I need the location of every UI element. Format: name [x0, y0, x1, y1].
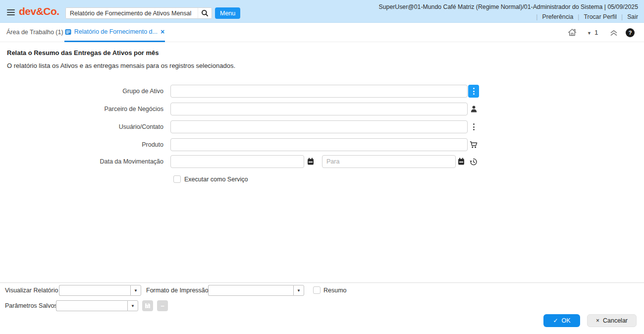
business-partner-input[interactable]: [170, 103, 468, 115]
caret-down-icon: ▼: [131, 304, 135, 308]
view-report-dropdown-button[interactable]: ▼: [130, 285, 141, 296]
help-icon[interactable]: ?: [626, 28, 635, 37]
delete-parameters-button[interactable]: −: [157, 300, 168, 311]
preferences-link[interactable]: Preferência: [542, 13, 573, 20]
caret-down-icon: ▼: [134, 288, 138, 293]
view-report-input[interactable]: [59, 285, 130, 296]
user-contact-input[interactable]: [170, 120, 468, 133]
print-format-input[interactable]: [208, 285, 293, 296]
saved-parameters-combobox: ▼: [56, 300, 138, 311]
top-header-bar: dev&Co. Menu SuperUser@01-Mundo Café Mat…: [0, 0, 644, 23]
save-icon: [145, 303, 151, 309]
person-icon: [471, 106, 477, 112]
tab-close-icon[interactable]: ×: [161, 28, 164, 35]
brand-logo: dev&Co.: [19, 0, 59, 23]
cancel-button[interactable]: × Cancelar: [587, 314, 637, 327]
product-input[interactable]: [170, 138, 468, 151]
ok-button[interactable]: ✓ OK: [543, 314, 580, 327]
cart-icon: [470, 141, 478, 149]
check-icon: ✓: [553, 318, 558, 324]
business-partner-lookup-button[interactable]: [470, 103, 478, 115]
summary-label: Resumo: [323, 285, 347, 296]
saved-parameters-dropdown-button[interactable]: ▼: [127, 300, 138, 311]
movement-date-from-input[interactable]: [170, 155, 304, 168]
vertical-dots-icon: [473, 123, 475, 130]
user-contact-lookup-button[interactable]: [471, 120, 477, 133]
calendar-icon: [307, 158, 314, 166]
form-row-user-contact: Usuário/Contato: [0, 120, 495, 133]
tab-bar: Área de Trabalho (1) Relatório de Fornec…: [0, 23, 644, 42]
movement-date-to-input[interactable]: [322, 155, 456, 168]
date-history-reset-button[interactable]: [469, 155, 478, 168]
run-as-job-checkbox[interactable]: [173, 175, 181, 183]
switch-role-link[interactable]: Trocar Perfil: [584, 13, 617, 20]
search-icon: [201, 9, 209, 17]
link-separator: |: [536, 13, 537, 20]
user-links: | Preferência | Trocar Perfil | Sair: [532, 13, 638, 20]
product-lookup-button[interactable]: [469, 138, 478, 151]
print-format-dropdown-button[interactable]: ▼: [293, 285, 304, 296]
view-report-label: Visualizar Relatório: [5, 285, 58, 296]
form-row-product: Produto: [0, 138, 495, 151]
date-to-calendar-button[interactable]: [457, 155, 465, 168]
search-button[interactable]: [198, 8, 212, 18]
cancel-button-label: Cancelar: [603, 317, 628, 324]
home-icon[interactable]: [568, 28, 577, 39]
summary-checkbox[interactable]: [313, 286, 321, 294]
form-row-movement-date: Data da Movimentação: [0, 155, 495, 168]
user-contact-label: Usuário/Contato: [0, 120, 163, 133]
open-windows-count: 1: [594, 29, 598, 36]
tab-label: Relatório de Fornecimento d...: [74, 28, 158, 35]
link-separator: |: [578, 13, 579, 20]
calendar-icon: [458, 158, 465, 166]
saved-parameters-input[interactable]: [56, 300, 127, 311]
report-window-icon: [65, 29, 71, 35]
view-report-combobox: ▼: [59, 285, 141, 296]
user-session-info: SuperUser@01-Mundo Café Matriz (Regime N…: [379, 3, 639, 10]
form-row-asset-group: Grupo de Ativo: [0, 85, 495, 98]
process-title: Relata o Resumo das Entregas de Ativos p…: [7, 49, 159, 56]
minus-icon: −: [161, 303, 164, 309]
tab-workspace[interactable]: Área de Trabalho (1): [6, 23, 63, 42]
asset-group-label: Grupo de Ativo: [0, 85, 163, 98]
print-format-combobox: ▼: [208, 285, 304, 296]
movement-date-label: Data da Movimentação: [0, 155, 163, 168]
form-row-business-partner: Parceiro de Negócios: [0, 103, 495, 115]
ok-button-label: OK: [562, 317, 571, 324]
global-search: [65, 7, 212, 19]
product-label: Produto: [0, 138, 163, 151]
caret-down-icon: ▼: [297, 288, 301, 293]
run-as-job-row: Executar como Serviço: [173, 175, 248, 183]
menu-button[interactable]: Menu: [215, 7, 240, 19]
link-separator: |: [621, 13, 623, 20]
asset-group-lookup-button[interactable]: [468, 85, 479, 98]
history-icon: [470, 158, 477, 166]
run-as-job-label: Executar como Serviço: [184, 176, 248, 183]
asset-group-input[interactable]: [170, 85, 468, 98]
footer-divider: [0, 282, 644, 283]
hamburger-menu-icon[interactable]: [7, 9, 15, 15]
process-description: O relatório lista os Ativos e as entrega…: [7, 62, 235, 69]
collapse-all-icon[interactable]: [610, 29, 618, 38]
saved-parameters-label: Parâmetros Salvos: [5, 300, 57, 311]
app-window: dev&Co. Menu SuperUser@01-Mundo Café Mat…: [0, 0, 644, 334]
tab-report-active[interactable]: Relatório de Fornecimento d... ×: [64, 23, 165, 42]
close-icon: ×: [596, 318, 599, 324]
business-partner-label: Parceiro de Negócios: [0, 103, 163, 115]
logout-link[interactable]: Sair: [627, 13, 638, 20]
search-input[interactable]: [66, 8, 198, 18]
vertical-dots-icon: [473, 88, 475, 95]
date-from-calendar-button[interactable]: [307, 155, 315, 168]
print-format-label: Formato de Impressão: [146, 285, 209, 296]
window-list-caret-icon[interactable]: ▼: [587, 31, 591, 36]
save-parameters-button[interactable]: [142, 300, 153, 311]
